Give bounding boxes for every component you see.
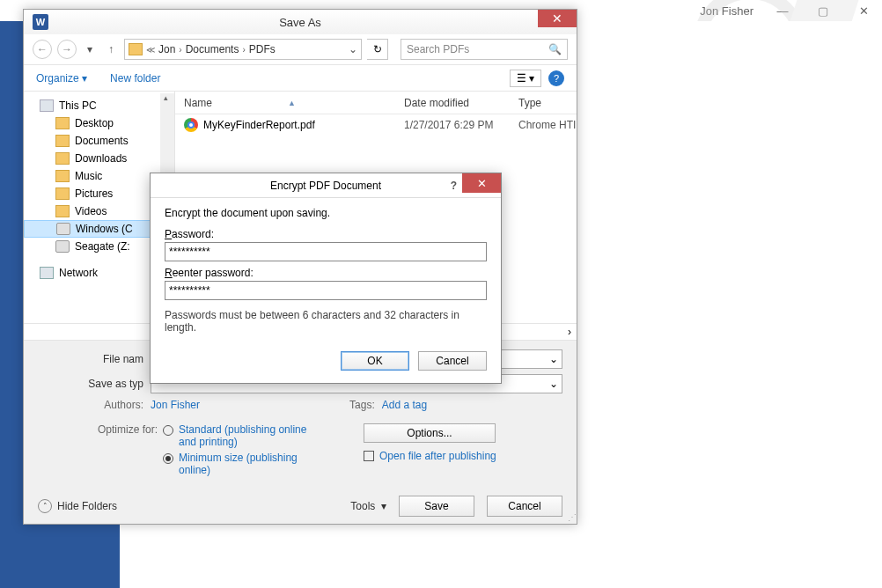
view-mode-button[interactable]: ☰ ▾ bbox=[510, 70, 541, 87]
help-button[interactable]: ? bbox=[548, 70, 564, 86]
address-bar[interactable]: ≪ Jon › Documents › PDFs ⌄ bbox=[124, 39, 362, 60]
col-date[interactable]: Date modified bbox=[395, 97, 510, 109]
cancel-button[interactable]: Cancel bbox=[487, 496, 562, 517]
tree-desktop[interactable]: Desktop bbox=[24, 114, 174, 132]
save-as-close-button[interactable]: ✕ bbox=[538, 10, 577, 27]
new-folder-button[interactable]: New folder bbox=[110, 72, 160, 85]
chevron-right-icon: ≪ bbox=[146, 45, 155, 55]
tree-label: Seagate (Z: bbox=[75, 240, 130, 253]
save-as-title: Save As bbox=[24, 16, 577, 29]
tree-label: Network bbox=[59, 267, 98, 279]
chevron-down-icon: ⌄ bbox=[549, 378, 558, 390]
reenter-password-input[interactable] bbox=[165, 281, 487, 300]
password-label: Password: bbox=[165, 228, 487, 240]
authors-label: Authors: bbox=[68, 399, 151, 411]
breadcrumb-seg[interactable]: Documents bbox=[186, 43, 239, 55]
save-button[interactable]: Save bbox=[399, 496, 474, 517]
drive-icon bbox=[55, 240, 70, 253]
nav-forward-button[interactable]: → bbox=[57, 40, 77, 59]
refresh-button[interactable]: ↻ bbox=[367, 39, 388, 60]
folder-icon bbox=[55, 187, 70, 200]
save-as-footer: ˄Hide Folders Tools ▾ Save Cancel bbox=[24, 489, 577, 524]
open-after-checkbox[interactable]: Open file after publishing bbox=[364, 450, 496, 462]
save-as-titlebar[interactable]: W Save As ✕ bbox=[24, 10, 577, 34]
chevron-right-icon[interactable]: › bbox=[568, 326, 571, 338]
network-icon bbox=[40, 267, 54, 279]
search-input[interactable]: Search PDFs 🔍 bbox=[401, 39, 568, 60]
folder-icon bbox=[129, 43, 143, 55]
breadcrumb-seg[interactable]: Jon bbox=[158, 43, 175, 55]
encrypt-cancel-button[interactable]: Cancel bbox=[418, 351, 487, 371]
nav-up-button[interactable]: ↑ bbox=[103, 41, 119, 57]
optimize-minimum-radio[interactable]: Minimum size (publishing online) bbox=[163, 452, 311, 476]
radio-label: Minimum size (publishing online) bbox=[179, 452, 311, 476]
encrypt-titlebar[interactable]: Encrypt PDF Document ? ✕ bbox=[151, 173, 501, 198]
tree-label: Videos bbox=[75, 205, 107, 217]
col-name[interactable]: Name▲ bbox=[175, 97, 395, 109]
chevron-down-icon: ⌄ bbox=[549, 353, 558, 365]
radio-label: Standard (publishing online and printing… bbox=[179, 423, 311, 448]
organize-menu[interactable]: Organize ▾ bbox=[36, 72, 87, 85]
chevron-right-icon: › bbox=[242, 45, 245, 55]
password-input[interactable] bbox=[165, 242, 487, 261]
breadcrumb-seg[interactable]: PDFs bbox=[249, 43, 276, 55]
folder-icon bbox=[55, 117, 70, 129]
pc-icon bbox=[40, 99, 54, 112]
password-note: Passwords must be between 6 characters a… bbox=[165, 309, 487, 334]
save-as-nav-row: ← → ▾ ↑ ≪ Jon › Documents › PDFs ⌄ ↻ Sea… bbox=[24, 34, 577, 64]
tree-label: Windows (C bbox=[76, 223, 133, 235]
save-as-toolbar: Organize ▾ New folder ☰ ▾ ? bbox=[24, 64, 577, 91]
folder-icon bbox=[55, 135, 70, 147]
tools-menu[interactable]: Tools ▾ bbox=[350, 500, 386, 512]
tree-downloads[interactable]: Downloads bbox=[24, 150, 174, 167]
tags-label: Tags: bbox=[349, 399, 375, 411]
tree-label: Music bbox=[75, 170, 102, 182]
folder-icon bbox=[55, 170, 70, 182]
checkbox-label: Open file after publishing bbox=[379, 450, 496, 462]
radio-icon bbox=[163, 453, 173, 464]
chevron-right-icon: › bbox=[179, 45, 181, 55]
folder-icon bbox=[55, 152, 70, 165]
checkbox-icon bbox=[364, 451, 374, 461]
optimize-label: Optimize for: bbox=[98, 423, 158, 480]
chevron-down-icon[interactable]: ⌄ bbox=[349, 43, 357, 55]
tree-this-pc[interactable]: This PC bbox=[24, 97, 174, 114]
reenter-password-label: Reenter password: bbox=[165, 267, 487, 279]
encrypt-title: Encrypt PDF Document bbox=[270, 180, 381, 192]
chrome-icon bbox=[184, 118, 198, 132]
encrypt-ok-button[interactable]: OK bbox=[341, 351, 409, 371]
search-placeholder: Search PDFs bbox=[407, 43, 469, 55]
drive-icon bbox=[56, 223, 70, 235]
nav-back-button[interactable]: ← bbox=[33, 40, 52, 59]
encrypt-help-button[interactable]: ? bbox=[451, 180, 457, 192]
tree-documents[interactable]: Documents bbox=[24, 132, 174, 150]
filename-label: File nam bbox=[68, 353, 151, 365]
encrypt-close-button[interactable]: ✕ bbox=[462, 173, 501, 193]
tree-label: Desktop bbox=[75, 117, 114, 129]
tree-label: Documents bbox=[75, 135, 129, 147]
authors-value[interactable]: Jon Fisher bbox=[151, 399, 200, 411]
file-date: 1/27/2017 6:29 PM bbox=[395, 119, 510, 131]
tags-value[interactable]: Add a tag bbox=[382, 399, 427, 411]
search-icon: 🔍 bbox=[548, 43, 562, 55]
radio-icon bbox=[163, 425, 173, 436]
tree-label: Downloads bbox=[75, 152, 127, 165]
options-button[interactable]: Options... bbox=[364, 423, 496, 443]
file-type: Chrome HTI bbox=[510, 119, 576, 131]
chevron-down-icon[interactable]: ▾ bbox=[82, 41, 98, 57]
hide-folders-label: Hide Folders bbox=[57, 500, 117, 512]
optimize-standard-radio[interactable]: Standard (publishing online and printing… bbox=[163, 423, 311, 448]
sort-asc-icon: ▲ bbox=[288, 99, 296, 107]
file-row[interactable]: MyKeyFinderReport.pdf 1/27/2017 6:29 PM … bbox=[175, 114, 577, 136]
encrypt-message: Encrypt the document upon saving. bbox=[165, 207, 487, 219]
file-list-header: Name▲ Date modified Type bbox=[175, 92, 577, 114]
encrypt-pdf-dialog: Encrypt PDF Document ? ✕ Encrypt the doc… bbox=[150, 173, 502, 384]
savetype-label: Save as typ bbox=[68, 378, 151, 390]
folder-icon bbox=[55, 205, 70, 217]
resize-grip[interactable]: ⋰ bbox=[568, 512, 575, 522]
col-type[interactable]: Type bbox=[510, 97, 550, 109]
tree-label: Pictures bbox=[75, 187, 113, 200]
chevron-up-icon: ˄ bbox=[38, 499, 52, 513]
hide-folders-button[interactable]: ˄Hide Folders bbox=[38, 499, 117, 513]
tree-label: This PC bbox=[59, 99, 97, 112]
